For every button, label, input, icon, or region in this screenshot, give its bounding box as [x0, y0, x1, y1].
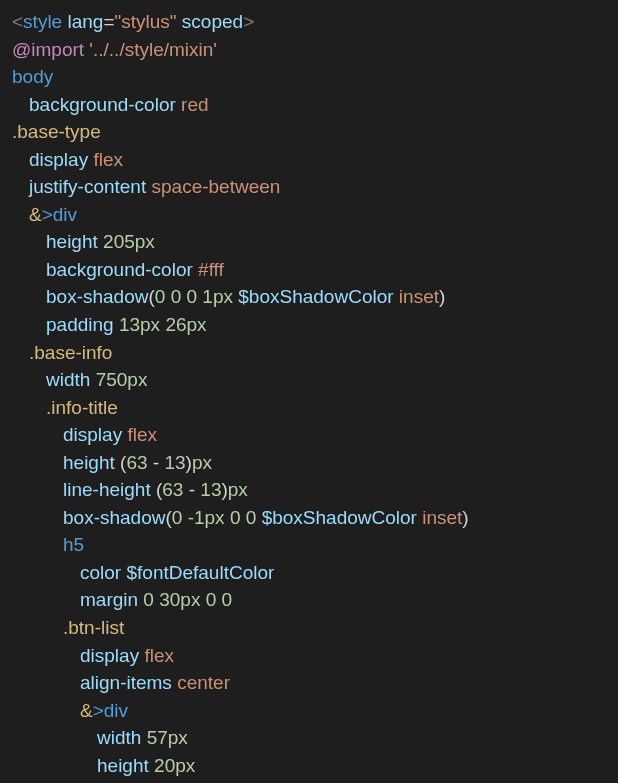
tag-name: style	[23, 11, 62, 32]
minus: -	[148, 452, 165, 473]
at-import: @import	[12, 39, 84, 60]
selector-info-title: .info-title	[46, 397, 118, 418]
number: 205	[103, 231, 135, 252]
prop: height	[63, 452, 115, 473]
number: -1	[188, 507, 205, 528]
unit: px	[175, 755, 195, 776]
prop: display	[63, 424, 122, 445]
code-line: padding 13px 26px	[0, 311, 618, 339]
prop: justify-content	[29, 176, 146, 197]
prop: background-color	[29, 94, 176, 115]
code-line: .btn-list	[0, 614, 618, 642]
inset: inset	[422, 507, 462, 528]
number: 13	[119, 314, 140, 335]
number: 0	[187, 286, 198, 307]
value: space-between	[152, 176, 281, 197]
prop: display	[29, 149, 88, 170]
equals: =	[103, 11, 114, 32]
number: 750	[96, 369, 128, 390]
number: 0	[155, 286, 166, 307]
number: 13	[200, 479, 221, 500]
prop: width	[46, 369, 90, 390]
number: 20	[154, 755, 175, 776]
unit: px	[187, 314, 207, 335]
number: 63	[162, 479, 183, 500]
unit: px	[213, 286, 233, 307]
code-line: display flex	[0, 146, 618, 174]
import-path: '../../style/mixin'	[89, 39, 217, 60]
selector-h5: h5	[63, 534, 84, 555]
prop: background-color	[46, 259, 193, 280]
number: 0	[172, 507, 183, 528]
prop: box-shadow	[46, 286, 148, 307]
code-line: justify-content space-between	[0, 173, 618, 201]
code-line: box-shadow(0 0 0 1px $boxShadowColor ins…	[0, 283, 618, 311]
number: 0	[206, 589, 217, 610]
unit: px	[140, 314, 160, 335]
prop: display	[80, 645, 139, 666]
code-line: background-color #fff	[0, 256, 618, 284]
code-line: color $fontDefaultColor	[0, 559, 618, 587]
code-line: &>div	[0, 201, 618, 229]
number: 0	[143, 589, 154, 610]
code-line: width 750px	[0, 366, 618, 394]
amp: &	[29, 204, 42, 225]
prop: margin	[80, 589, 138, 610]
unit: px	[228, 479, 248, 500]
value: center	[177, 672, 230, 693]
selector-btn-list: .btn-list	[63, 617, 124, 638]
code-line: line-height 20px	[0, 779, 618, 783]
var: $boxShadowColor	[262, 507, 417, 528]
inset: inset	[399, 286, 439, 307]
selector-base-info: .base-info	[29, 342, 112, 363]
value: flex	[93, 149, 123, 170]
paren: )	[462, 507, 468, 528]
unit: px	[135, 231, 155, 252]
amp: &	[80, 700, 93, 721]
unit: px	[127, 369, 147, 390]
number: 0	[222, 589, 233, 610]
unit: px	[168, 727, 188, 748]
selector-body: body	[12, 66, 53, 87]
string: "stylus"	[115, 11, 177, 32]
code-line: .info-title	[0, 394, 618, 422]
code-line: background-color red	[0, 91, 618, 119]
code-line: align-items center	[0, 669, 618, 697]
prop: box-shadow	[63, 507, 165, 528]
unit: px	[192, 452, 212, 473]
number: 1	[202, 286, 213, 307]
code-line: height 20px	[0, 752, 618, 780]
prop: line-height	[63, 479, 151, 500]
code-line: display flex	[0, 642, 618, 670]
code-line: width 57px	[0, 724, 618, 752]
code-line: height (63 - 13)px	[0, 449, 618, 477]
code-line: display flex	[0, 421, 618, 449]
angle-bracket: <	[12, 11, 23, 32]
unit: px	[180, 589, 200, 610]
code-editor[interactable]: <style lang="stylus" scoped> @import '..…	[0, 8, 618, 783]
value: flex	[127, 424, 157, 445]
prop: height	[46, 231, 98, 252]
number: 63	[126, 452, 147, 473]
code-line: .base-type	[0, 118, 618, 146]
number: 30	[159, 589, 180, 610]
value: red	[181, 94, 208, 115]
angle-bracket: >	[243, 11, 254, 32]
attr-scoped: scoped	[182, 11, 243, 32]
code-line: line-height (63 - 13)px	[0, 476, 618, 504]
unit: px	[205, 507, 225, 528]
code-line: <style lang="stylus" scoped>	[0, 8, 618, 36]
paren: )	[439, 286, 445, 307]
number: 0	[230, 507, 241, 528]
minus: -	[183, 479, 200, 500]
number: 26	[165, 314, 186, 335]
number: 13	[164, 452, 185, 473]
code-line: h5	[0, 531, 618, 559]
prop: height	[97, 755, 149, 776]
selector-base-type: .base-type	[12, 121, 101, 142]
child-div: >div	[42, 204, 77, 225]
code-line: margin 0 30px 0 0	[0, 586, 618, 614]
number: 0	[246, 507, 257, 528]
var: $boxShadowColor	[238, 286, 393, 307]
prop: width	[97, 727, 141, 748]
